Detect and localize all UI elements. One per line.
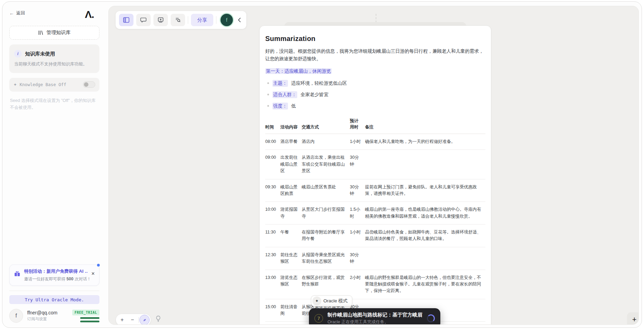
bullet-text: 适应环境，轻松游览低山区	[291, 80, 347, 86]
table-cell: 1小时	[350, 134, 365, 150]
canvas-area: Summarization 好的，没问题。根据您提供的信息，我将为您详细规划峨眉…	[108, 6, 639, 325]
try-ultra-oracle-button[interactable]: Try Ultra Oracle Mode.	[9, 295, 99, 304]
free-trial-badge: FREE_TRIAL	[72, 310, 99, 315]
collapse-toolbar-button[interactable]	[236, 18, 243, 22]
table-cell: 从酒店出发，乘坐出租车或公交车前往峨眉山景区	[302, 150, 350, 179]
summary-document-card[interactable]: Summarization 好的，没问题。根据您提供的信息，我将为您详细规划峨眉…	[259, 25, 491, 325]
kb-status-card: i 知识库未使用 当前聊天模式不支持使用知识库功能。	[9, 44, 99, 73]
divider	[138, 317, 139, 323]
seed-mode-note: Seed 选择模式现在设置为 "Off"，你的知识库不会被使用。	[9, 97, 99, 111]
divider	[216, 16, 216, 24]
hint-button[interactable]	[155, 315, 161, 322]
table-cell: 在报国寺附近的餐厅享用午餐	[302, 225, 350, 247]
step-number-badge: 7	[314, 314, 323, 323]
bullet-dot	[267, 82, 269, 84]
panel-layout-icon	[123, 17, 129, 23]
app-logo: Λ.	[85, 9, 94, 20]
add-node-button[interactable]: +	[627, 312, 639, 325]
table-header-cell: 交通方式	[302, 116, 350, 134]
app-window: ← 返回 Λ. 管理知识库 i 知识库未使用 当前聊天模式不支持使用知识库功能。…	[2, 1, 642, 328]
document-intro: 好的，没问题。根据您提供的信息，我将为您详细规划峨眉山三日游的每日行程，兼顾老人…	[265, 48, 485, 63]
table-cell: 峨眉山的第一座寺庙，也是峨眉山佛教活动的中心。寺庙内有精美的佛教造像和园林景观，…	[365, 202, 485, 225]
knowledge-base-toggle[interactable]	[83, 81, 95, 88]
search-list-button[interactable]	[171, 14, 185, 26]
table-cell: 09:30	[265, 179, 280, 202]
bullet-dot	[267, 94, 269, 95]
task-progress-toast[interactable]: 7 制作峨眉山地图与路线标记：基于官方峨眉... Oracle 正在使用工具完成…	[309, 308, 440, 325]
day-bullet-list: 主题： 适应环境，轻松游览低山区适合人群： 全家老少皆宜强度： 低	[265, 80, 485, 110]
table-cell: 酒店内	[302, 134, 350, 150]
account-settings-label: 订阅与设置	[27, 316, 68, 322]
info-icon: i	[14, 50, 22, 58]
back-arrow-icon: ←	[9, 10, 14, 16]
table-cell: 15:30	[265, 322, 280, 325]
usage-bar	[80, 317, 99, 319]
account-row[interactable]: f ffner@qq.com 订阅与设置 FREE_TRIAL	[9, 309, 99, 323]
oracle-mode-tooltip: ✦ Oracle 模式	[311, 295, 352, 306]
table-cell: 30分钟	[350, 247, 365, 270]
table-row: 11:30午餐在报国寺附近的餐厅享用午餐1小时品尝峨眉山特色美食，如跷脚牛肉、豆…	[265, 225, 485, 247]
bullet-item: 强度： 低	[265, 103, 485, 110]
table-cell: 前往清音阁	[280, 299, 302, 322]
bullet-text: 全家老少皆宜	[301, 92, 329, 98]
zoom-in-button[interactable]: +	[117, 315, 127, 325]
back-button[interactable]: ← 返回	[9, 10, 25, 16]
table-cell: 峨眉山的野生猴群是峨眉山的一大特色，但也要注意安全，不要随意触摸或喂食猴子。儿童…	[365, 270, 485, 299]
table-cell: 1小时	[350, 225, 365, 247]
promo-title: 特别活动：新用户免费获得 AI …	[24, 268, 88, 274]
promo-desc: 邀请一位好友即可获得 500 次对话！	[24, 276, 88, 282]
table-cell: 从报国寺乘坐景区观光车前往生态猴区	[302, 247, 350, 270]
table-row: 13:00游览生态猴区在猴区步行游览，观赏野生猴群2小时峨眉山的野生猴群是峨眉山…	[265, 270, 485, 299]
table-cell	[365, 150, 485, 179]
table-cell: 09:00	[265, 150, 280, 179]
close-icon[interactable]: ✕	[91, 271, 95, 276]
table-cell: 游览清音阁	[280, 322, 302, 325]
share-button[interactable]: 分享	[191, 14, 213, 26]
chat-button[interactable]	[136, 14, 151, 26]
toast-subtitle: Oracle 正在使用工具完成任务。	[328, 319, 422, 325]
bullet-item: 适合人群： 全家老少皆宜	[265, 91, 485, 98]
table-body: 08:00酒店早餐酒店内1小时确保老人和儿童吃饱，为一天的行程做好准备。09:0…	[265, 134, 485, 325]
document-title: Summarization	[265, 35, 485, 43]
table-row: 08:00酒店早餐酒店内1小时确保老人和儿童吃饱，为一天的行程做好准备。	[265, 134, 485, 150]
lightbulb-icon	[155, 315, 161, 322]
table-cell	[365, 247, 485, 270]
table-cell: 酒店早餐	[280, 134, 302, 150]
table-row: 12:30前往生态猴区从报国寺乘坐景区观光车前往生态猴区30分钟	[265, 247, 485, 270]
loading-spinner-icon	[427, 314, 435, 322]
back-label: 返回	[16, 10, 25, 16]
table-cell: 11:30	[265, 225, 280, 247]
table-row: 09:30峨眉山景区购票峨眉山景区售票处30分钟提前在网上预订门票，避免排队。老…	[265, 179, 485, 202]
manage-knowledge-base-button[interactable]: 管理知识库	[9, 26, 99, 40]
table-header-row: 时间活动内容交通方式预计用时备注	[265, 116, 485, 134]
gift-icon	[14, 270, 21, 277]
divider	[9, 291, 99, 291]
table-cell: 15:00	[265, 299, 280, 322]
panel-layout-button[interactable]	[119, 14, 133, 26]
avatar[interactable]: f	[221, 14, 233, 26]
table-cell: 12:30	[265, 247, 280, 270]
table-cell: 从景区大门步行至报国寺	[302, 202, 350, 225]
bullet-term: 主题：	[272, 80, 288, 87]
oracle-tooltip-label: Oracle 模式	[323, 298, 348, 304]
search-list-icon	[175, 17, 181, 23]
table-row: 10:00游览报国寺从景区大门步行至报国寺1.5小时峨眉山的第一座寺庙，也是峨眉…	[265, 202, 485, 225]
avatar: f	[9, 309, 23, 323]
account-email: ffner@qq.com	[27, 310, 68, 315]
add-card-button[interactable]	[153, 14, 168, 26]
table-cell: 提前在网上预订门票，避免排队。老人和儿童可享受优惠政策，请携带相关证件。	[365, 179, 485, 202]
recenter-button[interactable]	[139, 315, 150, 325]
chevron-left-icon	[238, 18, 241, 22]
table-header-cell: 活动内容	[280, 116, 302, 134]
zoom-out-button[interactable]: −	[127, 315, 138, 325]
bullet-term: 强度：	[272, 103, 288, 110]
bullet-item: 主题： 适应环境，轻松游览低山区	[265, 80, 485, 87]
promo-banner: 特别活动：新用户免费获得 AI … 邀请一位好友即可获得 500 次对话！ ✕	[9, 264, 99, 286]
bullet-dot	[267, 105, 269, 107]
library-icon	[38, 30, 44, 35]
chat-bubble-icon	[140, 17, 147, 23]
table-cell: 午餐	[280, 225, 302, 247]
knowledge-base-toggle-row: ✦ Knowledge Base Off	[9, 78, 99, 92]
sparkle-icon: ✦	[13, 82, 17, 87]
notification-dot	[97, 264, 100, 267]
